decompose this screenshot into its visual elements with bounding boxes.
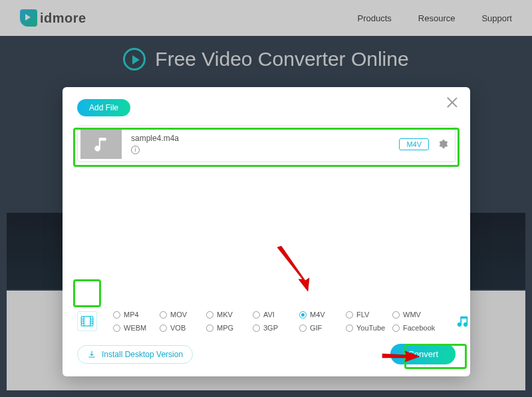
format-label: MPG xyxy=(217,324,233,332)
format-option-webm[interactable]: WEBM xyxy=(113,324,157,332)
format-label: FLV xyxy=(356,311,369,319)
format-option-mp4[interactable]: MP4 xyxy=(113,311,157,319)
format-label: WMV xyxy=(403,311,421,319)
radio-icon xyxy=(392,311,400,319)
format-label: GIF xyxy=(310,324,322,332)
install-desktop-button[interactable]: Install Desktop Version xyxy=(77,345,193,364)
radio-icon xyxy=(113,325,120,332)
file-thumbnail xyxy=(80,129,122,159)
format-option-mov[interactable]: MOV xyxy=(160,311,203,319)
add-file-label: Add File xyxy=(89,103,118,112)
format-option-avi[interactable]: AVI xyxy=(253,311,297,319)
info-icon[interactable]: i xyxy=(131,146,140,154)
radio-icon xyxy=(206,325,213,332)
format-option-flv[interactable]: FLV xyxy=(346,311,390,319)
radio-icon xyxy=(299,325,307,332)
format-label: MP4 xyxy=(124,311,139,319)
music-icon xyxy=(454,314,470,329)
format-option-vob[interactable]: VOB xyxy=(160,324,203,332)
settings-button[interactable] xyxy=(437,138,448,150)
radio-icon xyxy=(299,311,307,319)
format-label: AVI xyxy=(263,311,275,319)
radio-icon xyxy=(253,311,260,319)
format-option-m4v[interactable]: M4V xyxy=(299,311,343,319)
file-row[interactable]: sample4.m4a i M4V xyxy=(77,126,456,162)
music-note-icon xyxy=(92,136,110,153)
format-label: Facebook xyxy=(403,324,435,332)
format-label: 3GP xyxy=(263,324,278,332)
download-icon xyxy=(87,350,96,359)
format-option-wmv[interactable]: WMV xyxy=(392,311,436,319)
target-format-badge[interactable]: M4V xyxy=(399,138,429,150)
format-option-facebook[interactable]: Facebook xyxy=(392,324,436,332)
radio-icon xyxy=(253,325,260,332)
format-option-gif[interactable]: GIF xyxy=(299,324,343,332)
add-file-button[interactable]: Add File xyxy=(77,99,130,116)
format-option-mpg[interactable]: MPG xyxy=(206,324,250,332)
format-label: WEBM xyxy=(124,324,146,332)
radio-icon xyxy=(346,311,353,319)
format-label: MOV xyxy=(170,311,187,319)
format-label: VOB xyxy=(170,324,186,332)
converter-modal: Add File sample4.m4a i M4V xyxy=(63,87,470,376)
video-tab[interactable] xyxy=(77,311,97,331)
radio-icon xyxy=(206,311,213,319)
format-label: MKV xyxy=(217,311,233,319)
radio-icon xyxy=(346,325,353,332)
format-option-3gp[interactable]: 3GP xyxy=(253,324,297,332)
format-option-mkv[interactable]: MKV xyxy=(206,311,250,319)
convert-button[interactable]: Convert xyxy=(390,344,456,364)
convert-label: Convert xyxy=(408,349,438,359)
radio-icon xyxy=(392,325,400,332)
format-panel: MP4MOVMKVAVIM4VFLVWMVWEBMVOBMPG3GPGIFYou… xyxy=(77,309,456,334)
install-label: Install Desktop Version xyxy=(102,350,183,359)
format-option-youtube[interactable]: YouTube xyxy=(346,324,390,332)
radio-icon xyxy=(160,311,167,319)
audio-tab[interactable] xyxy=(452,311,472,331)
film-icon xyxy=(80,316,94,327)
format-label: M4V xyxy=(310,311,325,319)
close-icon[interactable] xyxy=(446,96,458,108)
gear-icon xyxy=(437,138,448,150)
format-label: YouTube xyxy=(356,324,385,332)
radio-icon xyxy=(160,325,167,332)
file-name: sample4.m4a xyxy=(131,134,179,143)
radio-icon xyxy=(113,311,120,319)
